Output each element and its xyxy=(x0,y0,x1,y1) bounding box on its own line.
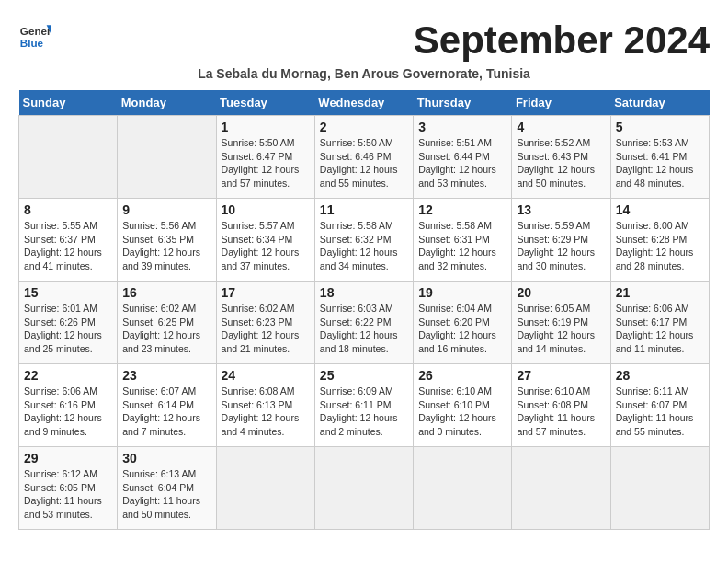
calendar-cell: 8 Sunrise: 5:55 AMSunset: 6:37 PMDayligh… xyxy=(19,199,118,282)
day-number: 22 xyxy=(24,368,112,383)
calendar-week-5: 29 Sunrise: 6:12 AMSunset: 6:05 PMDaylig… xyxy=(19,447,710,530)
day-number: 17 xyxy=(222,285,310,300)
calendar-table: SundayMondayTuesdayWednesdayThursdayFrid… xyxy=(18,90,710,530)
day-number: 5 xyxy=(616,120,704,134)
calendar-cell: 18 Sunrise: 6:03 AMSunset: 6:22 PMDaylig… xyxy=(314,282,413,364)
calendar-cell: 9 Sunrise: 5:56 AMSunset: 6:35 PMDayligh… xyxy=(118,199,216,282)
calendar-cell: 14 Sunrise: 6:00 AMSunset: 6:28 PMDaylig… xyxy=(610,199,709,282)
day-info: Sunrise: 5:58 AMSunset: 6:32 PMDaylight:… xyxy=(320,220,398,271)
day-number: 16 xyxy=(122,285,210,300)
day-info: Sunrise: 6:13 AMSunset: 6:04 PMDaylight:… xyxy=(122,468,200,520)
day-info: Sunrise: 6:06 AMSunset: 6:16 PMDaylight:… xyxy=(24,385,102,437)
calendar-week-2: 8 Sunrise: 5:55 AMSunset: 6:37 PMDayligh… xyxy=(19,199,710,282)
day-number: 18 xyxy=(320,285,408,300)
day-info: Sunrise: 6:10 AMSunset: 6:08 PMDaylight:… xyxy=(517,385,595,437)
calendar-week-1: 1 Sunrise: 5:50 AMSunset: 6:47 PMDayligh… xyxy=(19,116,710,199)
calendar-cell xyxy=(216,447,314,530)
day-number: 27 xyxy=(517,368,605,383)
day-number: 30 xyxy=(122,451,210,465)
day-info: Sunrise: 5:57 AMSunset: 6:34 PMDaylight:… xyxy=(222,220,300,271)
day-info: Sunrise: 5:58 AMSunset: 6:31 PMDaylight:… xyxy=(418,220,496,271)
calendar-cell: 28 Sunrise: 6:11 AMSunset: 6:07 PMDaylig… xyxy=(610,364,709,447)
day-info: Sunrise: 6:02 AMSunset: 6:25 PMDaylight:… xyxy=(122,303,200,354)
svg-text:Blue: Blue xyxy=(20,37,44,49)
calendar-cell xyxy=(512,447,610,530)
day-number: 12 xyxy=(418,202,506,217)
day-info: Sunrise: 6:02 AMSunset: 6:23 PMDaylight:… xyxy=(222,303,300,354)
weekday-sunday: Sunday xyxy=(19,90,118,116)
calendar-cell: 11 Sunrise: 5:58 AMSunset: 6:32 PMDaylig… xyxy=(314,199,413,282)
calendar-cell: 16 Sunrise: 6:02 AMSunset: 6:25 PMDaylig… xyxy=(118,282,216,364)
calendar-week-3: 15 Sunrise: 6:01 AMSunset: 6:26 PMDaylig… xyxy=(19,282,710,364)
day-info: Sunrise: 6:06 AMSunset: 6:17 PMDaylight:… xyxy=(616,303,694,354)
day-info: Sunrise: 6:03 AMSunset: 6:22 PMDaylight:… xyxy=(320,303,398,354)
calendar-cell: 17 Sunrise: 6:02 AMSunset: 6:23 PMDaylig… xyxy=(216,282,314,364)
day-info: Sunrise: 6:07 AMSunset: 6:14 PMDaylight:… xyxy=(122,385,200,437)
logo: General Blue xyxy=(18,18,55,52)
day-number: 4 xyxy=(517,120,605,134)
day-number: 19 xyxy=(418,285,506,300)
calendar-cell: 22 Sunrise: 6:06 AMSunset: 6:16 PMDaylig… xyxy=(19,364,118,447)
location-subtitle: La Sebala du Mornag, Ben Arous Governora… xyxy=(18,66,710,81)
weekday-tuesday: Tuesday xyxy=(216,90,314,116)
calendar-cell: 3 Sunrise: 5:51 AMSunset: 6:44 PMDayligh… xyxy=(414,116,512,199)
day-number: 13 xyxy=(517,202,605,217)
calendar-cell: 2 Sunrise: 5:50 AMSunset: 6:46 PMDayligh… xyxy=(314,116,413,199)
day-number: 14 xyxy=(616,202,704,217)
calendar-cell: 21 Sunrise: 6:06 AMSunset: 6:17 PMDaylig… xyxy=(610,282,709,364)
day-number: 23 xyxy=(122,368,210,383)
month-title: September 2024 xyxy=(414,18,710,63)
day-number: 15 xyxy=(24,285,112,300)
page-header: General Blue September 2024 xyxy=(18,18,710,63)
day-number: 1 xyxy=(222,120,310,134)
day-number: 28 xyxy=(616,368,704,383)
calendar-cell: 5 Sunrise: 5:53 AMSunset: 6:41 PMDayligh… xyxy=(610,116,709,199)
day-info: Sunrise: 6:11 AMSunset: 6:07 PMDaylight:… xyxy=(616,385,694,437)
day-info: Sunrise: 5:51 AMSunset: 6:44 PMDaylight:… xyxy=(418,137,496,189)
day-info: Sunrise: 5:50 AMSunset: 6:47 PMDaylight:… xyxy=(222,137,300,189)
calendar-cell: 20 Sunrise: 6:05 AMSunset: 6:19 PMDaylig… xyxy=(512,282,610,364)
weekday-saturday: Saturday xyxy=(610,90,709,116)
day-number: 24 xyxy=(222,368,310,383)
day-info: Sunrise: 6:08 AMSunset: 6:13 PMDaylight:… xyxy=(222,385,300,437)
weekday-wednesday: Wednesday xyxy=(314,90,413,116)
calendar-cell: 26 Sunrise: 6:10 AMSunset: 6:10 PMDaylig… xyxy=(414,364,512,447)
day-number: 8 xyxy=(24,202,112,217)
day-number: 3 xyxy=(418,120,506,134)
day-number: 29 xyxy=(24,451,112,465)
calendar-cell: 15 Sunrise: 6:01 AMSunset: 6:26 PMDaylig… xyxy=(19,282,118,364)
calendar-cell xyxy=(19,116,118,199)
day-info: Sunrise: 6:05 AMSunset: 6:19 PMDaylight:… xyxy=(517,303,595,354)
day-info: Sunrise: 6:01 AMSunset: 6:26 PMDaylight:… xyxy=(24,303,102,354)
day-number: 10 xyxy=(222,202,310,217)
weekday-monday: Monday xyxy=(118,90,216,116)
calendar-cell: 25 Sunrise: 6:09 AMSunset: 6:11 PMDaylig… xyxy=(314,364,413,447)
calendar-cell: 13 Sunrise: 5:59 AMSunset: 6:29 PMDaylig… xyxy=(512,199,610,282)
day-info: Sunrise: 6:10 AMSunset: 6:10 PMDaylight:… xyxy=(418,385,496,437)
calendar-cell: 24 Sunrise: 6:08 AMSunset: 6:13 PMDaylig… xyxy=(216,364,314,447)
calendar-cell xyxy=(118,116,216,199)
day-info: Sunrise: 6:04 AMSunset: 6:20 PMDaylight:… xyxy=(418,303,496,354)
day-number: 25 xyxy=(320,368,408,383)
day-info: Sunrise: 5:59 AMSunset: 6:29 PMDaylight:… xyxy=(517,220,595,271)
day-info: Sunrise: 5:52 AMSunset: 6:43 PMDaylight:… xyxy=(517,137,595,189)
weekday-friday: Friday xyxy=(512,90,610,116)
calendar-cell: 29 Sunrise: 6:12 AMSunset: 6:05 PMDaylig… xyxy=(19,447,118,530)
day-info: Sunrise: 6:12 AMSunset: 6:05 PMDaylight:… xyxy=(24,468,102,520)
calendar-cell xyxy=(414,447,512,530)
calendar-cell: 4 Sunrise: 5:52 AMSunset: 6:43 PMDayligh… xyxy=(512,116,610,199)
calendar-cell: 12 Sunrise: 5:58 AMSunset: 6:31 PMDaylig… xyxy=(414,199,512,282)
calendar-cell xyxy=(314,447,413,530)
calendar-cell xyxy=(610,447,709,530)
calendar-cell: 10 Sunrise: 5:57 AMSunset: 6:34 PMDaylig… xyxy=(216,199,314,282)
day-number: 2 xyxy=(320,120,408,134)
weekday-thursday: Thursday xyxy=(414,90,512,116)
calendar-cell: 30 Sunrise: 6:13 AMSunset: 6:04 PMDaylig… xyxy=(118,447,216,530)
day-number: 9 xyxy=(122,202,210,217)
day-info: Sunrise: 5:56 AMSunset: 6:35 PMDaylight:… xyxy=(122,220,200,271)
day-info: Sunrise: 6:00 AMSunset: 6:28 PMDaylight:… xyxy=(616,220,694,271)
day-info: Sunrise: 6:09 AMSunset: 6:11 PMDaylight:… xyxy=(320,385,398,437)
day-number: 11 xyxy=(320,202,408,217)
calendar-cell: 23 Sunrise: 6:07 AMSunset: 6:14 PMDaylig… xyxy=(118,364,216,447)
weekday-header-row: SundayMondayTuesdayWednesdayThursdayFrid… xyxy=(19,90,710,116)
